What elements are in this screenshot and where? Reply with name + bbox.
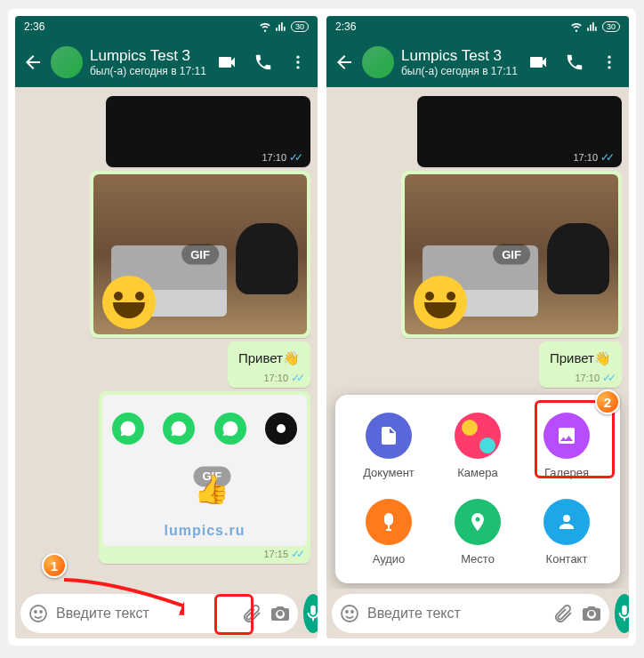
- phone-screen-right: 2:36 30 Lumpics Test 3 был(-а) сегодня в…: [326, 16, 629, 638]
- battery-icon: 30: [291, 21, 309, 32]
- annotation-number-2: 2: [595, 389, 620, 414]
- attach-label: Документ: [363, 466, 415, 479]
- attach-contact[interactable]: Контакт: [522, 499, 611, 566]
- back-icon[interactable]: [22, 52, 44, 73]
- attach-label: Контакт: [546, 552, 588, 566]
- attach-audio[interactable]: Аудио: [344, 499, 433, 566]
- wave-emoji-icon: 👋: [594, 350, 611, 365]
- chat-header: Lumpics Test 3 был(-а) сегодня в 17:11: [326, 37, 629, 87]
- status-time: 2:36: [335, 20, 356, 33]
- input-bar: [326, 589, 629, 638]
- attach-label: Галерея: [544, 466, 589, 479]
- status-bar: 2:36 30: [15, 16, 318, 37]
- message-gif[interactable]: GIF: [401, 171, 622, 338]
- wifi-icon: [259, 20, 271, 33]
- smile-emoji-icon: [102, 276, 156, 329]
- avatar[interactable]: [362, 46, 394, 78]
- svg-point-3: [277, 424, 286, 433]
- read-checks-icon: ✓✓: [600, 151, 611, 164]
- attach-document[interactable]: Документ: [344, 413, 433, 479]
- watermark: lumpics.ru: [165, 523, 246, 539]
- status-icons: 30: [259, 20, 309, 33]
- svg-point-0: [296, 56, 299, 59]
- message-text[interactable]: Привет👋 17:10✓✓: [539, 341, 622, 388]
- svg-point-12: [351, 611, 353, 613]
- header-text[interactable]: Lumpics Test 3 был(-а) сегодня в 17:11: [90, 47, 209, 77]
- thumbsup-emoji-icon: 👍: [194, 472, 229, 506]
- svg-point-8: [608, 60, 610, 63]
- contact-status: был(-а) сегодня в 17:11: [401, 65, 520, 77]
- wave-emoji-icon: 👋: [283, 350, 300, 365]
- message-dark-image[interactable]: 17:10✓✓: [417, 96, 622, 167]
- avatar[interactable]: [51, 46, 83, 78]
- svg-point-11: [346, 611, 348, 613]
- call-icon[interactable]: [565, 52, 584, 72]
- attachment-sheet: Документ Камера Галерея Аудио Место Конт…: [335, 395, 620, 583]
- annotation-number-1: 1: [42, 553, 67, 578]
- messages-area[interactable]: 17:10✓✓ GIF Привет👋: [15, 87, 318, 589]
- menu-icon[interactable]: [600, 53, 618, 71]
- emoji-icon[interactable]: [339, 603, 360, 624]
- attach-label: Аудио: [373, 552, 406, 566]
- contact-name: Lumpics Test 3: [401, 47, 520, 65]
- input-bar: [15, 589, 318, 638]
- read-checks-icon: ✓✓: [291, 548, 302, 560]
- contact-name: Lumpics Test 3: [90, 47, 209, 65]
- gif-badge: GIF: [493, 245, 530, 265]
- mic-button[interactable]: [615, 594, 629, 633]
- status-icons: 30: [570, 20, 620, 33]
- message-gif2[interactable]: GIF 👍 lumpics.ru 17:15✓✓: [99, 391, 310, 564]
- message-input[interactable]: [367, 606, 545, 622]
- attach-camera[interactable]: Камера: [433, 413, 522, 479]
- svg-point-5: [35, 611, 36, 613]
- call-icon[interactable]: [254, 52, 273, 72]
- attach-label: Место: [461, 552, 495, 566]
- svg-point-9: [608, 66, 610, 68]
- svg-point-10: [342, 606, 358, 622]
- read-checks-icon: ✓✓: [602, 372, 613, 384]
- svg-point-1: [296, 60, 299, 63]
- svg-point-6: [40, 611, 42, 613]
- attach-location[interactable]: Место: [433, 499, 522, 566]
- signal-icon: [275, 20, 287, 33]
- input-box: [332, 594, 609, 633]
- emoji-icon[interactable]: [28, 603, 49, 624]
- svg-point-4: [30, 606, 46, 622]
- camera-icon[interactable]: [270, 603, 291, 624]
- chat-header: Lumpics Test 3 был(-а) сегодня в 17:11: [15, 37, 318, 87]
- phone-screen-left: 2:36 30 Lumpics Test 3 был(-а) сегодня в…: [15, 16, 318, 638]
- attach-icon[interactable]: [241, 603, 262, 624]
- back-icon[interactable]: [334, 52, 355, 73]
- message-input[interactable]: [56, 606, 234, 622]
- camera-icon[interactable]: [581, 603, 602, 624]
- gif-badge: GIF: [181, 245, 219, 265]
- signal-icon: [586, 20, 599, 33]
- message-gif[interactable]: GIF: [90, 171, 310, 338]
- status-time: 2:36: [24, 20, 44, 33]
- svg-point-2: [296, 66, 299, 68]
- attach-gallery[interactable]: Галерея: [522, 413, 611, 479]
- message-text[interactable]: Привет👋 17:10✓✓: [228, 341, 310, 388]
- input-box: [20, 594, 298, 633]
- attach-label: Камера: [457, 466, 497, 479]
- svg-point-7: [608, 56, 610, 59]
- message-dark-image[interactable]: 17:10✓✓: [106, 96, 310, 167]
- attach-icon[interactable]: [552, 603, 574, 624]
- read-checks-icon: ✓✓: [291, 372, 302, 384]
- contact-status: был(-а) сегодня в 17:11: [90, 65, 209, 77]
- read-checks-icon: ✓✓: [289, 151, 300, 164]
- wifi-icon: [570, 20, 583, 33]
- video-call-icon[interactable]: [527, 52, 549, 73]
- header-text[interactable]: Lumpics Test 3 был(-а) сегодня в 17:11: [401, 47, 520, 77]
- menu-icon[interactable]: [289, 53, 307, 71]
- status-bar: 2:36 30: [326, 16, 629, 37]
- battery-icon: 30: [602, 21, 620, 32]
- video-call-icon[interactable]: [216, 52, 237, 73]
- mic-button[interactable]: [303, 594, 318, 633]
- smile-emoji-icon: [414, 276, 467, 329]
